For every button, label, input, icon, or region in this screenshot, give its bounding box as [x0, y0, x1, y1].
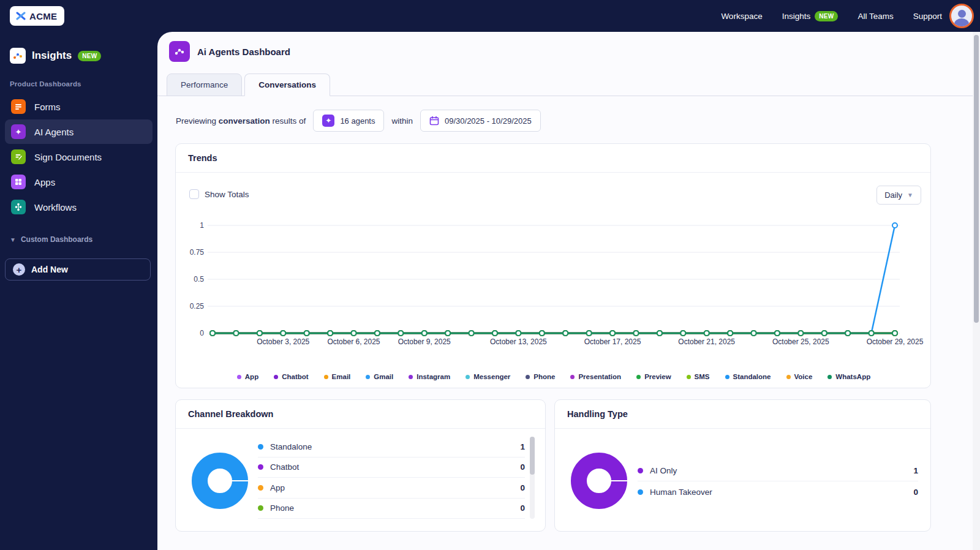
legend-dot: [725, 375, 729, 379]
sidebar-item-sign-documents[interactable]: Sign Documents: [5, 145, 153, 169]
ai-only-dot: [638, 468, 643, 473]
show-totals-control: Show Totals: [189, 189, 249, 199]
handling-type-title: Handling Type: [567, 409, 628, 419]
channel-breakdown-list: Standalone 1 Chatbot 0 App 0 Phone 0: [258, 437, 525, 519]
svg-text:October 3, 2025: October 3, 2025: [257, 337, 309, 346]
legend-item-gmail[interactable]: Gmail: [366, 373, 393, 380]
forms-icon: [11, 99, 26, 114]
page-header: Ai Agents Dashboard: [169, 41, 290, 62]
legend-dot: [237, 375, 241, 379]
channel-row-standalone[interactable]: Standalone 1: [258, 437, 525, 458]
chevron-down-icon: ▼: [907, 192, 913, 198]
calendar-icon: [429, 116, 439, 126]
granularity-select[interactable]: Daily ▼: [876, 186, 921, 205]
main-content: Ai Agents Dashboard Performance Conversa…: [157, 32, 973, 550]
svg-text:October 6, 2025: October 6, 2025: [327, 337, 380, 346]
handling-row-ai-only[interactable]: AI Only 1: [638, 461, 918, 481]
legend-dot: [827, 375, 832, 379]
phone-dot: [258, 505, 263, 511]
legend-item-chatbot[interactable]: Chatbot: [274, 373, 308, 380]
standalone-dot: [258, 444, 263, 450]
legend-item-phone[interactable]: Phone: [526, 373, 555, 380]
sidebar-item-workflows[interactable]: Workflows: [5, 195, 153, 219]
channel-row-chatbot[interactable]: Chatbot 0: [258, 458, 525, 478]
app-dot: [258, 485, 263, 491]
add-new-button[interactable]: + Add New: [5, 258, 151, 281]
apps-grid-icon: [11, 175, 26, 189]
channel-donut-chart: [189, 450, 251, 511]
dashboard-scatter-icon: [169, 41, 190, 62]
legend-dot: [274, 375, 278, 379]
within-label: within: [391, 116, 413, 126]
channel-breakdown-card: Channel Breakdown Standalone 1 Chatbot 0…: [175, 399, 546, 532]
user-avatar[interactable]: [949, 4, 974, 28]
legend-item-messenger[interactable]: Messenger: [466, 373, 510, 380]
date-range-button[interactable]: 09/30/2025 - 10/29/2025: [420, 110, 541, 132]
chatbot-dot: [258, 464, 263, 470]
handling-type-card: Handling Type AI Only 1 Human Takeover 0: [554, 399, 931, 532]
show-totals-checkbox[interactable]: [189, 189, 199, 199]
trends-title: Trends: [188, 153, 217, 163]
legend-dot: [409, 375, 413, 379]
avatar-person-icon: [958, 10, 966, 18]
svg-text:0: 0: [200, 329, 204, 337]
legend-dot: [324, 375, 328, 379]
human-takeover-dot: [638, 489, 643, 495]
tab-performance[interactable]: Performance: [167, 73, 242, 96]
legend-item-whatsapp[interactable]: WhatsApp: [827, 373, 870, 380]
nav-all-teams[interactable]: All Teams: [858, 12, 893, 21]
legend-item-presentation[interactable]: Presentation: [570, 373, 621, 380]
sidebar-new-badge: NEW: [78, 51, 101, 61]
sidebar: Insights NEW Product Dashboards Forms ✦ …: [0, 32, 157, 550]
svg-text:October 29, 2025: October 29, 2025: [867, 337, 924, 346]
trends-line-chart: 00.250.50.751October 3, 2025October 6, 2…: [176, 217, 932, 364]
legend-item-instagram[interactable]: Instagram: [409, 373, 450, 380]
svg-text:1: 1: [200, 221, 204, 230]
legend-item-voice[interactable]: Voice: [786, 373, 813, 380]
custom-dashboards-toggle[interactable]: ▼ Custom Dashboards: [10, 235, 92, 244]
legend-item-email[interactable]: Email: [324, 373, 351, 380]
sidebar-item-ai-agents[interactable]: ✦ AI Agents: [5, 119, 153, 144]
acme-logo-icon: [16, 11, 26, 21]
acme-logo[interactable]: ACME: [10, 6, 64, 26]
channel-row-app[interactable]: App 0: [258, 478, 525, 499]
legend-item-standalone[interactable]: Standalone: [725, 373, 771, 380]
svg-text:October 13, 2025: October 13, 2025: [490, 337, 547, 346]
page-scrollbar[interactable]: [973, 32, 980, 550]
sign-documents-icon: [11, 149, 26, 164]
nav-workspace[interactable]: Workspace: [721, 12, 762, 21]
channel-breakdown-title: Channel Breakdown: [188, 409, 273, 419]
section-product-dashboards: Product Dashboards: [10, 80, 81, 88]
channel-list-scrollbar[interactable]: [530, 437, 535, 519]
agents-sparkle-icon: ✦: [322, 115, 334, 127]
sidebar-item-forms[interactable]: Forms: [5, 94, 153, 119]
legend-dot: [687, 375, 691, 379]
legend-dot: [636, 375, 641, 379]
nav-support[interactable]: Support: [913, 12, 942, 21]
legend-dot: [366, 375, 370, 379]
agents-filter-button[interactable]: ✦ 16 agents: [313, 110, 384, 132]
legend-dot: [466, 375, 470, 379]
nav-insights[interactable]: Insights NEW: [782, 11, 839, 21]
handling-donut-chart: [568, 450, 630, 511]
tab-conversations[interactable]: Conversations: [244, 73, 330, 96]
page-title: Ai Agents Dashboard: [197, 47, 290, 57]
sidebar-insights-header[interactable]: Insights NEW: [10, 48, 101, 64]
svg-text:0.25: 0.25: [190, 302, 205, 311]
legend-item-sms[interactable]: SMS: [687, 373, 710, 380]
legend-item-preview[interactable]: Preview: [636, 373, 671, 380]
sidebar-item-apps[interactable]: Apps: [5, 170, 153, 194]
svg-text:0.5: 0.5: [194, 275, 204, 284]
trends-legend: AppChatbotEmailGmailInstagramMessengerPh…: [176, 373, 932, 380]
svg-text:0.75: 0.75: [190, 248, 205, 257]
insights-scatter-icon: [10, 48, 26, 64]
top-nav: Workspace Insights NEW All Teams Support: [721, 0, 942, 32]
sidebar-title: Insights: [32, 50, 72, 62]
channel-row-phone[interactable]: Phone 0: [258, 499, 525, 519]
chevron-down-icon: ▼: [10, 236, 16, 243]
legend-item-app[interactable]: App: [237, 373, 258, 380]
filter-text: Previewing conversation results of: [176, 116, 306, 126]
handling-row-human-takeover[interactable]: Human Takeover 0: [638, 481, 918, 502]
filter-bar: Previewing conversation results of ✦ 16 …: [176, 110, 541, 132]
trends-card: Trends Show Totals Daily ▼ 00.250.50.751…: [175, 143, 931, 388]
